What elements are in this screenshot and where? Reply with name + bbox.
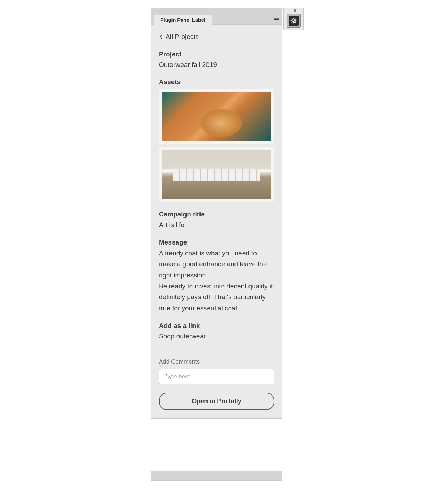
asset-item[interactable]	[159, 147, 274, 202]
message-paragraph: Be ready to invest into decent quality i…	[159, 281, 274, 314]
panel-body: All Projects Project Outerwear fall 2019…	[151, 25, 282, 418]
message-paragraph: A trendy coat is what you need to make a…	[159, 248, 274, 281]
plugin-panel: Plugin Panel Label All Projects Project …	[151, 8, 282, 419]
campaign-title-value: Art is life	[159, 220, 274, 230]
back-link-label: All Projects	[166, 33, 199, 41]
message-label: Message	[159, 239, 274, 246]
comments-label: Add Comments	[159, 358, 274, 365]
chevron-left-icon	[160, 34, 163, 40]
campaign-title-label: Campaign title	[159, 211, 274, 218]
panel-menu-button[interactable]	[271, 15, 282, 25]
project-label: Project	[159, 50, 274, 58]
hamburger-icon	[274, 17, 279, 22]
plugin-dock-button[interactable]	[287, 14, 301, 28]
assets-label: Assets	[159, 78, 274, 86]
panel-tab-label: Plugin Panel Label	[160, 17, 205, 23]
assets-list	[159, 89, 274, 202]
divider	[159, 352, 274, 352]
gear-icon	[290, 17, 297, 24]
plugin-dock	[284, 8, 304, 30]
link-value: Shop outerwear	[159, 331, 274, 341]
asset-item[interactable]	[159, 89, 274, 144]
project-value: Outerwear fall 2019	[159, 60, 274, 70]
asset-thumbnail-image	[162, 150, 271, 199]
comments-input[interactable]	[159, 369, 274, 384]
link-label: Add as a link	[159, 322, 274, 330]
back-link[interactable]: All Projects	[160, 33, 274, 41]
open-in-protally-button[interactable]: Open in ProTally	[159, 393, 274, 410]
svg-rect-2	[274, 21, 279, 21]
panel-footer-bar	[151, 471, 282, 481]
message-value: A trendy coat is what you need to make a…	[159, 248, 274, 314]
panel-tab-header: Plugin Panel Label	[151, 8, 282, 25]
panel-tab[interactable]: Plugin Panel Label	[154, 15, 212, 25]
svg-rect-0	[274, 18, 279, 19]
svg-rect-1	[274, 19, 279, 20]
grip-handle-icon[interactable]	[290, 9, 298, 12]
asset-thumbnail-image	[162, 92, 271, 141]
